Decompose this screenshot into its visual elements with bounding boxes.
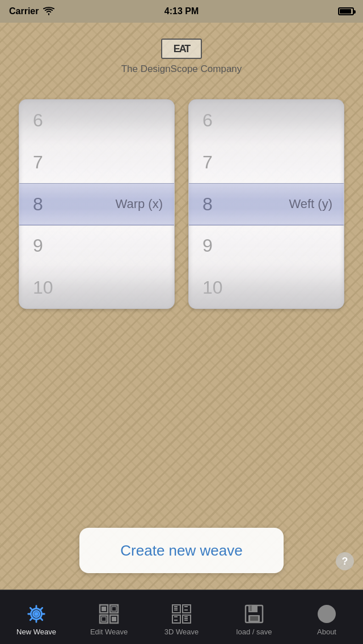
svg-rect-10 [112, 617, 116, 621]
help-button[interactable]: ? [336, 552, 354, 570]
pickers-container: Warp (x) 6 7 8 9 10 Weft (y) 6 7 8 9 10 [0, 99, 363, 309]
save-icon [243, 603, 265, 625]
svg-rect-4 [110, 605, 118, 613]
svg-point-2 [34, 612, 39, 616]
tab-new-weave[interactable]: New Weave [0, 590, 73, 644]
create-button-label: Create new weave [120, 542, 242, 560]
tab-about-label: About [317, 628, 336, 636]
status-carrier: Carrier [9, 6, 54, 16]
carrier-label: Carrier [9, 6, 39, 16]
tab-edit-weave[interactable]: Edit Weave [73, 590, 145, 644]
svg-rect-7 [102, 607, 106, 611]
tab-3d-weave-label: 3D Weave [164, 628, 199, 636]
tab-load-save[interactable]: load / save [218, 590, 290, 644]
tab-about[interactable]: About [290, 590, 363, 644]
status-bar: Carrier 4:13 PM [0, 0, 363, 23]
warp-divider-top [19, 183, 174, 184]
warp-item-4: 10 [19, 266, 174, 308]
tab-new-weave-label: New Weave [16, 628, 56, 636]
weft-item-1: 7 [189, 142, 344, 184]
svg-rect-9 [102, 617, 106, 621]
status-battery [338, 7, 354, 15]
weft-item-3: 9 [189, 225, 344, 267]
battery-icon [338, 7, 354, 15]
status-time: 4:13 PM [164, 6, 199, 16]
warp-divider-bottom [19, 225, 174, 226]
circle-icon [316, 603, 337, 625]
create-button[interactable]: Create new weave [79, 528, 284, 573]
company-name: The DesignScope Company [121, 63, 242, 75]
logo-box: EAT [161, 39, 202, 59]
svg-rect-8 [112, 607, 116, 611]
tab-edit-weave-label: Edit Weave [90, 628, 128, 636]
warp-label: Warp (x) [115, 197, 163, 211]
warp-picker[interactable]: Warp (x) 6 7 8 9 10 [19, 99, 175, 309]
circle-shape [318, 605, 336, 623]
tab-load-save-label: load / save [237, 628, 272, 636]
create-button-container: Create new weave [79, 528, 284, 573]
gear-icon [26, 603, 47, 625]
header: EAT The DesignScope Company [0, 23, 363, 91]
grid-icon [98, 603, 120, 625]
warp-item-1: 7 [19, 142, 174, 184]
tab-3d-weave[interactable]: 3D Weave [145, 590, 218, 644]
weft-item-0: 6 [189, 100, 344, 142]
weft-divider-bottom [189, 225, 344, 226]
svg-rect-5 [100, 615, 108, 623]
weft-item-4: 10 [189, 266, 344, 308]
wifi-icon [43, 7, 54, 16]
weave3d-icon [171, 603, 192, 625]
warp-item-0: 6 [19, 100, 174, 142]
warp-item-3: 9 [19, 225, 174, 267]
help-icon: ? [342, 556, 348, 567]
logo-text: EAT [174, 43, 190, 55]
tab-bar: New Weave Edit Weave [0, 590, 363, 644]
weft-picker[interactable]: Weft (y) 6 7 8 9 10 [188, 99, 344, 309]
svg-rect-29 [250, 616, 258, 621]
svg-rect-27 [250, 605, 252, 611]
weft-divider-top [189, 183, 344, 184]
weft-label: Weft (y) [289, 197, 332, 211]
